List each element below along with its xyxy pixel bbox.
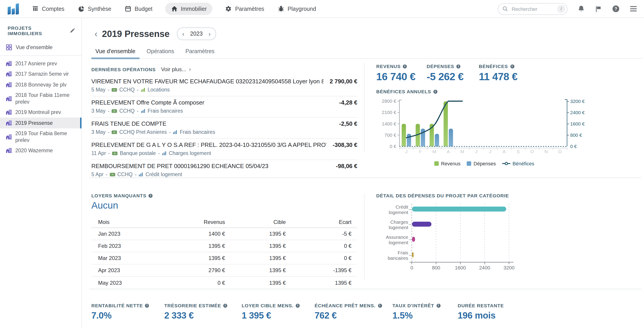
legend-swatch xyxy=(467,161,472,166)
legend-label: Revenus xyxy=(441,161,460,166)
sidebar-project-item[interactable]: 2019 Pressense xyxy=(0,118,82,128)
info-icon[interactable]: i xyxy=(510,64,514,68)
nav-item-comptes[interactable]: Comptes xyxy=(31,3,65,15)
column-header: Mois xyxy=(98,219,158,225)
operation-row[interactable]: PRELEVEMENT Offre Compte Ã composer 3 Ma… xyxy=(91,96,357,118)
operation-account: CCHQ xyxy=(119,87,134,93)
info-icon[interactable]: i xyxy=(378,303,382,307)
operation-row[interactable]: PRELEVEMENT DE G A L Y O S.A REF : PREL.… xyxy=(91,139,357,160)
operation-amount: -308,30 € xyxy=(332,141,357,149)
category-bars-icon xyxy=(141,87,145,92)
cell-cible: 1395 € xyxy=(225,279,286,286)
banknote-icon xyxy=(110,172,115,176)
cell-cible: 1395 € xyxy=(225,255,286,261)
nav-item-budget[interactable]: Budget xyxy=(124,3,153,15)
cell-month: May 2023 xyxy=(98,279,158,286)
divider xyxy=(89,289,641,289)
operation-category: Charges logement xyxy=(169,150,211,156)
operation-row[interactable]: FRAIS TENUE DE COMPTE 3 May - CCHQ Pret … xyxy=(91,118,357,139)
sidebar-project-item[interactable]: 2019 Montreuil prev xyxy=(0,107,82,118)
table-row: May 2023 0 € 1395 € 1395 € xyxy=(91,277,357,289)
cell-cible: 1395 € xyxy=(225,231,286,237)
operations-section-label: DERNIÈRES OPÉRATIONS xyxy=(91,67,156,72)
sidebar-project-item[interactable]: 2017 Sarrazin 5eme vir xyxy=(0,69,82,79)
see-more-link[interactable]: Voir plus...› xyxy=(161,66,191,73)
kpi-block: RENTABILITÉ NETTEi 7.0% xyxy=(91,303,164,321)
kpi-value: 11 478 € xyxy=(479,71,518,83)
nav-label: Budget xyxy=(134,6,152,12)
divider xyxy=(364,62,364,153)
legend-item-revenus[interactable]: Revenus xyxy=(434,161,460,166)
svg-text:Charges: Charges xyxy=(390,219,408,225)
divider xyxy=(364,194,364,279)
next-year-icon[interactable]: › xyxy=(208,28,210,39)
operation-amount: -2,50 € xyxy=(339,120,357,128)
sidebar-item-overview[interactable]: Vue d'ensemble xyxy=(0,42,82,53)
svg-text:O: O xyxy=(530,149,534,154)
info-icon[interactable]: i xyxy=(224,303,228,307)
operation-row[interactable]: VIREMENT EN VOTRE FAVEUR MC ECHAFAUDAGE … xyxy=(91,75,357,96)
nav-label: Paramètres xyxy=(235,6,264,12)
building-icon xyxy=(6,110,12,115)
operation-date: 5 Apr xyxy=(91,171,104,178)
legend-item-benefices[interactable]: Bénéfices xyxy=(502,161,534,166)
app-logo-icon[interactable] xyxy=(7,3,20,15)
year-value: 2023 xyxy=(190,31,203,37)
cell-cible: 1395 € xyxy=(225,243,286,249)
sidebar-project-item[interactable]: 2018 Bonnevay 3e plv xyxy=(0,79,82,90)
info-icon[interactable]: i xyxy=(403,64,407,68)
notifications-button[interactable] xyxy=(578,5,585,13)
search-box[interactable]: / xyxy=(498,3,568,15)
tab-operations[interactable]: Opérations xyxy=(143,46,178,59)
bug-icon xyxy=(278,6,284,12)
kpi-block: DURÉE RESTANTE 196 mois xyxy=(458,303,504,321)
info-icon[interactable]: i xyxy=(456,64,460,68)
kpi-value: 16 740 € xyxy=(376,71,427,83)
info-icon[interactable]: i xyxy=(434,89,438,94)
sidebar-project-item[interactable]: 2017 Asniere prev xyxy=(0,58,82,69)
nav-item-immobilier[interactable]: Immobilier xyxy=(165,3,213,15)
operation-amount: -98,06 € xyxy=(336,163,357,170)
missing-rents-title: LOYERS MANQUANTSi xyxy=(91,193,153,198)
tab-vue-densemble[interactable]: Vue d'ensemble xyxy=(91,46,140,59)
svg-text:J: J xyxy=(489,149,492,154)
nav-label: Synthèse xyxy=(88,6,111,12)
back-chevron-icon[interactable]: ‹ xyxy=(94,28,98,40)
bell-icon xyxy=(578,5,585,13)
nav-item-synthese[interactable]: Synthèse xyxy=(77,3,112,15)
tab-parametres[interactable]: Paramètres xyxy=(181,46,218,59)
column-header: Revenus xyxy=(158,219,225,225)
info-icon[interactable]: i xyxy=(145,303,149,307)
previous-year-icon[interactable]: ‹ xyxy=(182,28,184,39)
operation-amount: -4,28 € xyxy=(339,99,357,106)
nav-item-playground[interactable]: Playground xyxy=(277,3,317,15)
building-icon xyxy=(6,134,12,139)
nav-item-parametres[interactable]: Paramètres xyxy=(224,3,265,15)
kpi-label: RENTABILITÉ NETTE xyxy=(91,303,143,308)
svg-text:2400: 2400 xyxy=(479,265,490,270)
report-flag-button[interactable] xyxy=(595,5,602,13)
cell-ecart: -1395 € xyxy=(286,267,352,273)
help-button[interactable]: ? xyxy=(612,5,620,13)
svg-text:1600 €: 1600 € xyxy=(570,121,585,126)
search-input[interactable] xyxy=(511,6,554,12)
info-icon[interactable]: i xyxy=(436,303,440,307)
chart-legend: RevenusDépensesBénéfices xyxy=(376,161,592,166)
info-icon[interactable]: i xyxy=(296,303,300,307)
edit-icon[interactable] xyxy=(70,28,75,33)
page-header: ‹ 2019 Pressense ‹ 2023 › xyxy=(91,27,216,41)
legend-item-depenses[interactable]: Dépenses xyxy=(467,161,496,166)
building-icon xyxy=(6,96,12,101)
info-icon[interactable]: i xyxy=(149,193,153,198)
kpi-block: ÉCHÉANCE PRÊT MENS.i 762 € xyxy=(314,303,392,321)
sidebar-project-item[interactable]: 2019 Tour Fabia 8eme prelev xyxy=(0,128,82,145)
operation-meta: 5 May - CCHQ - Locations xyxy=(91,87,323,93)
menu-button[interactable] xyxy=(630,6,637,12)
sidebar-project-item[interactable]: 2018 Tour Fabia 11eme prelev xyxy=(0,90,82,107)
rents-table-body: Jan 2023 1400 € 1395 € -5 € Feb 2023 139… xyxy=(91,228,357,289)
svg-text:logement: logement xyxy=(389,225,408,230)
hamburger-icon xyxy=(630,6,637,12)
svg-text:F: F xyxy=(419,149,422,154)
sidebar-project-item[interactable]: 2020 Wazemme xyxy=(0,145,82,156)
svg-text:0 €: 0 € xyxy=(570,144,577,149)
